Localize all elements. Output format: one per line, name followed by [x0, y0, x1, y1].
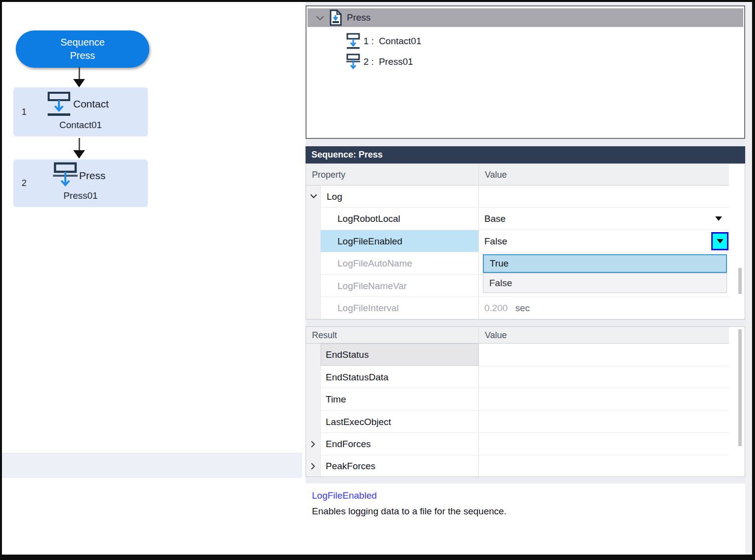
description-property-name: LogFileEnabled [312, 490, 377, 501]
property-row-logfileenabled[interactable]: LogFileEnabled False [321, 230, 729, 252]
tree-root-row[interactable]: Press [308, 8, 743, 27]
tree-item-contact01[interactable]: 1 :Contact01 [307, 31, 744, 51]
window-border-right [752, 0, 755, 560]
dropdown-arrow-icon[interactable] [715, 216, 722, 221]
sequence-tree-panel: Press 1 :Contact01 2 :Press01 [306, 5, 745, 139]
logfileenabled-dropdown-list: True False [483, 254, 727, 293]
chevron-down-icon[interactable] [310, 194, 317, 199]
contact-tree-icon [345, 33, 361, 51]
chevron-down-icon[interactable] [315, 15, 325, 21]
property-group-row-log[interactable]: Log [321, 186, 729, 208]
step-label: Contact [73, 98, 109, 110]
result-grid-gutter [306, 344, 321, 477]
description-text: Enables logging data to a file for the s… [312, 506, 506, 517]
press-tree-icon [345, 53, 361, 72]
property-grid-header: Property Value [306, 164, 729, 186]
window-border-top [0, 0, 755, 2]
step-name: Contact01 [13, 120, 148, 131]
dropdown-option-true[interactable]: True [483, 254, 727, 273]
window-border-bottom [0, 555, 755, 560]
window-border-left [0, 0, 2, 560]
property-row-logrobotlocal[interactable]: LogRobotLocal Base [321, 208, 729, 230]
property-value: False [484, 230, 507, 252]
property-description-panel: LogFileEnabled Enables logging data to a… [306, 483, 745, 555]
chevron-right-icon[interactable] [310, 440, 315, 448]
result-grid-header: Result Value [306, 327, 729, 344]
result-name: LastExecObject [326, 411, 391, 433]
tree-root-label: Press [347, 8, 371, 27]
dropdown-arrow-icon [717, 239, 724, 243]
tree-item-number: 2 : [364, 56, 374, 67]
property-unit: sec [515, 297, 530, 320]
flow-arrow-stem [79, 138, 80, 151]
result-row-endstatus[interactable]: EndStatus [321, 344, 729, 366]
property-value: 0.200 [484, 297, 508, 320]
sequence-title-bar: Sequence: Press [306, 146, 745, 163]
property-row-logfileinterval[interactable]: LogFileInterval 0.200 sec [321, 297, 729, 320]
sequence-node-line1: Sequence [16, 36, 149, 49]
press-step-icon [50, 162, 81, 190]
tree-item-text: 2 :Press01 [364, 52, 413, 72]
property-value: Base [484, 208, 505, 230]
tree-item-number: 1 : [364, 36, 374, 46]
property-name: LogFileAutoName [337, 252, 412, 275]
result-grid: Result Value EndStatus EndStatusData Tim… [306, 326, 745, 477]
result-name: EndForces [326, 433, 371, 455]
dropdown-option-false[interactable]: False [483, 273, 727, 293]
tree-item-name: Contact01 [379, 36, 421, 46]
flow-step-contact[interactable]: 1 Contact Contact01 [13, 87, 148, 136]
property-grid: Property Value Log LogRobotLocal Base Lo… [306, 163, 745, 320]
flow-arrow-stem [79, 67, 80, 80]
flow-arrow-head-icon [73, 150, 85, 159]
property-name: LogFileInterval [337, 297, 399, 320]
result-name: PeakForces [326, 455, 375, 477]
chevron-right-icon[interactable] [310, 462, 315, 470]
sequence-node-line2: Press [16, 49, 149, 62]
property-grid-gutter [306, 186, 321, 319]
column-header-result: Result [312, 327, 337, 344]
result-row-lastexecobject[interactable]: LastExecObject [321, 411, 729, 433]
result-row-peakforces[interactable]: PeakForces [321, 455, 729, 477]
flow-step-press[interactable]: 2 Press Press01 [13, 160, 148, 207]
column-header-value: Value [485, 327, 507, 344]
column-header-property: Property [312, 164, 345, 186]
group-label: Log [327, 186, 342, 208]
result-row-endforces[interactable]: EndForces [321, 433, 729, 455]
property-name: LogRobotLocal [337, 208, 400, 230]
logfileenabled-combo-button[interactable] [711, 232, 728, 250]
force-guide-window: Sequence Press 1 Contact Contact01 2 [0, 0, 755, 560]
sequence-document-icon [329, 9, 342, 26]
step-name: Press01 [13, 190, 148, 201]
tree-item-text: 1 :Contact01 [364, 31, 421, 51]
property-name: LogFileNameVar [337, 275, 407, 297]
property-grid-scrollbar-thumb[interactable] [738, 268, 742, 294]
result-row-time[interactable]: Time [321, 388, 729, 411]
right-margin-strip [745, 2, 752, 555]
result-row-endstatusdata[interactable]: EndStatusData [321, 366, 729, 388]
flowchart-footer-band [2, 453, 302, 478]
property-name: LogFileEnabled [337, 230, 402, 252]
tree-item-name: Press01 [379, 56, 413, 67]
sequence-start-node[interactable]: Sequence Press [16, 30, 149, 68]
result-name: EndStatusData [326, 366, 389, 388]
result-name: EndStatus [326, 344, 369, 366]
contact-step-icon [45, 91, 73, 118]
result-grid-scrollbar-thumb[interactable] [738, 329, 742, 446]
sequence-flowchart-panel: Sequence Press 1 Contact Contact01 2 [2, 2, 302, 555]
tree-item-press01[interactable]: 2 :Press01 [307, 52, 744, 72]
step-label: Press [79, 170, 106, 182]
result-name: Time [326, 388, 346, 411]
flow-arrow-head-icon [73, 79, 85, 87]
column-header-value: Value [485, 164, 507, 186]
